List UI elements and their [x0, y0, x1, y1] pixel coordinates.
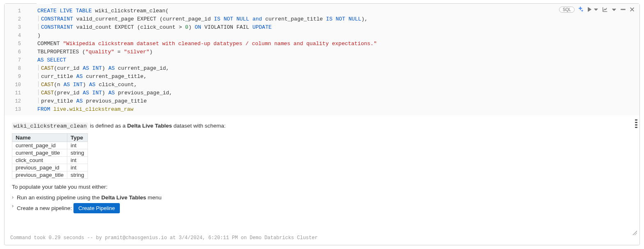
- schema-header-name: Name: [12, 134, 67, 142]
- table-row: current_page_idint: [12, 142, 88, 149]
- line-number: 2: [5, 15, 28, 23]
- line-number: 12: [5, 97, 28, 105]
- collapse-down-icon[interactable]: [611, 6, 617, 13]
- schema-col-name: previous_page_title: [12, 171, 67, 179]
- code-content[interactable]: CAST(n AS INT) AS click_count,: [28, 81, 639, 89]
- code-line[interactable]: 13FROM live.wiki_clickstream_raw: [5, 105, 639, 114]
- schema-header-type: Type: [67, 134, 88, 142]
- table-row: click_countint: [12, 157, 88, 164]
- line-number: 11: [5, 89, 28, 97]
- table-row: previous_page_titlestring: [12, 171, 88, 179]
- line-number: 9: [5, 73, 28, 81]
- code-line[interactable]: 1CREATE LIVE TABLE wiki_clickstream_clea…: [5, 7, 639, 15]
- populate-instruction: To populate your table you must either:: [12, 184, 632, 190]
- line-number: 7: [5, 56, 28, 64]
- chart-icon[interactable]: [602, 6, 608, 13]
- run-cell-icon[interactable]: [586, 6, 593, 13]
- code-line[interactable]: 4): [5, 32, 639, 40]
- delete-cell-icon[interactable]: [629, 6, 635, 13]
- schema-col-type: int: [67, 142, 88, 149]
- code-line[interactable]: 12prev_title AS previous_page_title: [5, 97, 639, 105]
- code-content[interactable]: CONSTRAINT valid_current_page EXPECT (cu…: [28, 15, 639, 23]
- code-content[interactable]: TBLPROPERTIES ("quality" = "silver"): [28, 48, 639, 56]
- schema-col-name: current_page_title: [12, 149, 67, 157]
- run-menu-caret-icon[interactable]: [593, 6, 599, 13]
- code-content[interactable]: CONSTRAINT valid_count EXPECT (click_cou…: [28, 23, 639, 32]
- code-content[interactable]: FROM live.wiki_clickstream_raw: [28, 105, 639, 114]
- line-number: 3: [5, 23, 28, 32]
- table-row: current_page_titlestring: [12, 149, 88, 157]
- line-number: 6: [5, 48, 28, 56]
- dataset-name: wiki_clickstream_clean: [12, 123, 88, 130]
- code-line[interactable]: 2CONSTRAINT valid_current_page EXPECT (c…: [5, 15, 639, 23]
- line-number: 8: [5, 64, 28, 73]
- code-content[interactable]: curr_title AS current_page_title,: [28, 73, 639, 81]
- code-content[interactable]: prev_title AS previous_page_title: [28, 97, 639, 105]
- code-line[interactable]: 8CAST(curr_id AS INT) AS current_page_id…: [5, 64, 639, 73]
- execution-footer: Command took 0.29 seconds -- by pramit@c…: [5, 233, 639, 245]
- assistant-icon[interactable]: [577, 6, 584, 13]
- resize-grip-icon[interactable]: [631, 229, 637, 233]
- code-content[interactable]: CAST(prev_id AS INT) AS previous_page_id…: [28, 89, 639, 97]
- output-definition-line: wiki_clickstream_clean is defined as a D…: [12, 123, 632, 129]
- line-number: 13: [5, 105, 28, 114]
- cell-output: wiki_clickstream_clean is defined as a D…: [5, 115, 639, 233]
- language-selector[interactable]: SQL: [559, 7, 575, 13]
- schema-col-type: int: [67, 157, 88, 164]
- cell-toolbar: SQL: [559, 6, 635, 13]
- schema-col-name: current_page_id: [12, 142, 67, 149]
- schema-table: Name Type current_page_idintcurrent_page…: [12, 133, 88, 179]
- code-content[interactable]: CREATE LIVE TABLE wiki_clickstream_clean…: [28, 7, 639, 15]
- notebook-cell: Cmd 2 SQL: [4, 3, 640, 245]
- code-content[interactable]: COMMENT "Wikipedia clickstream dataset w…: [28, 40, 639, 48]
- line-number: 1: [5, 7, 28, 15]
- line-number: 5: [5, 40, 28, 48]
- line-number: 10: [5, 81, 28, 89]
- option-run-existing: Run an existing pipeline using the Delta…: [12, 193, 632, 202]
- cell-drag-handle[interactable]: [634, 119, 638, 129]
- schema-col-type: int: [67, 164, 88, 171]
- schema-col-name: click_count: [12, 157, 67, 164]
- create-pipeline-button[interactable]: Create Pipeline: [73, 203, 120, 213]
- option-create-new: Create a new pipeline: Create Pipeline: [12, 202, 632, 215]
- schema-col-type: string: [67, 171, 88, 179]
- code-content[interactable]: ): [28, 32, 639, 40]
- schema-col-name: previous_page_id: [12, 164, 67, 171]
- minimize-icon[interactable]: [620, 6, 626, 13]
- code-line[interactable]: 5COMMENT "Wikipedia clickstream dataset …: [5, 40, 639, 48]
- code-content[interactable]: AS SELECT: [28, 56, 639, 64]
- code-line[interactable]: 3CONSTRAINT valid_count EXPECT (click_co…: [5, 23, 639, 32]
- code-line[interactable]: 7AS SELECT: [5, 56, 639, 64]
- line-number: 4: [5, 32, 28, 40]
- code-line[interactable]: 6TBLPROPERTIES ("quality" = "silver"): [5, 48, 639, 56]
- code-line[interactable]: 10CAST(n AS INT) AS click_count,: [5, 81, 639, 89]
- code-line[interactable]: 11CAST(prev_id AS INT) AS previous_page_…: [5, 89, 639, 97]
- schema-col-type: string: [67, 149, 88, 157]
- code-content[interactable]: CAST(curr_id AS INT) AS current_page_id,: [28, 64, 639, 73]
- svg-rect-0: [621, 9, 626, 10]
- code-editor[interactable]: 1CREATE LIVE TABLE wiki_clickstream_clea…: [5, 4, 639, 115]
- options-list: Run an existing pipeline using the Delta…: [12, 193, 632, 215]
- code-line[interactable]: 9curr_title AS current_page_title,: [5, 73, 639, 81]
- table-row: previous_page_idint: [12, 164, 88, 171]
